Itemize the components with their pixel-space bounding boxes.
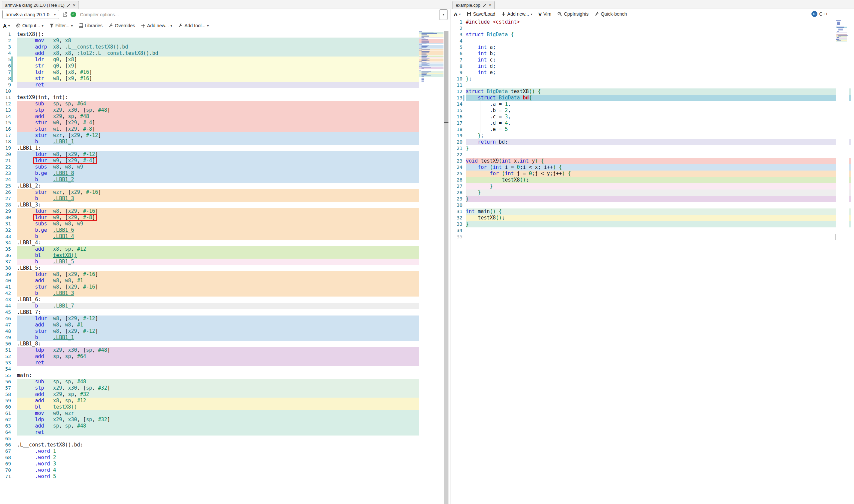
asm-line-content: .LBB1_7: bbox=[17, 309, 419, 316]
asm-label-link[interactable]: .LBB1_8 bbox=[53, 170, 74, 176]
close-icon[interactable]: × bbox=[73, 3, 75, 8]
rename-icon[interactable] bbox=[483, 3, 486, 7]
line-number: 24 bbox=[0, 177, 11, 183]
asm-label-link[interactable]: .LBB1_1 bbox=[53, 335, 74, 340]
line-number: 23 bbox=[0, 170, 11, 177]
source-minimap[interactable] bbox=[836, 19, 847, 59]
minimap-text bbox=[421, 75, 431, 75]
line-number: 65 bbox=[0, 435, 11, 442]
asm-label-link[interactable]: .LBB1_3 bbox=[53, 196, 74, 201]
line-number: 6 bbox=[451, 51, 463, 57]
line-number: 62 bbox=[0, 417, 11, 423]
gutter bbox=[11, 354, 17, 360]
asm-label-link[interactable]: .LBB1_4 bbox=[53, 233, 74, 239]
asm-line: 33 b .LBB1_4 bbox=[0, 233, 450, 240]
asm-line: 1testX8(): bbox=[0, 31, 450, 38]
line-number: 29 bbox=[0, 208, 11, 214]
toolbar-button-cppinsights[interactable]: CppInsights bbox=[557, 11, 589, 17]
gutter bbox=[11, 151, 17, 158]
compiler-options-input[interactable] bbox=[78, 10, 436, 19]
asm-scrollbar-thumb[interactable] bbox=[444, 31, 449, 122]
asm-line: 21 ldur w9, [x29, #-4] bbox=[0, 158, 450, 164]
asm-label-link[interactable]: .LBB1_3 bbox=[53, 290, 74, 296]
asm-line-content: b .LBB1_5 bbox=[17, 259, 419, 265]
compiler-select[interactable]: armv8-a clang 20.1.0 ▾ bbox=[2, 10, 59, 19]
asm-minimap[interactable] bbox=[419, 31, 443, 98]
pane-menu-button[interactable]: ▾ bbox=[439, 9, 448, 20]
gutter bbox=[11, 214, 17, 221]
filter-icon bbox=[50, 24, 54, 28]
src-line: 5 int a; bbox=[451, 44, 854, 51]
minimap-text bbox=[419, 63, 422, 63]
src-line: 23void testX9(int x,int y) { bbox=[451, 158, 854, 164]
asm-line: 58 add x29, sp, #32 bbox=[0, 391, 450, 398]
toolbar-button-output[interactable]: Output...▾ bbox=[16, 23, 43, 28]
toolbar-button-overrides[interactable]: Overrides bbox=[108, 23, 135, 28]
gutter bbox=[11, 101, 17, 107]
toolbar-button-add-tool[interactable]: Add tool...▾ bbox=[178, 23, 209, 28]
asm-label-link[interactable]: .LBB1_6 bbox=[53, 227, 74, 233]
line-number: 1 bbox=[451, 19, 463, 25]
asm-label-link[interactable]: .LBB1_5 bbox=[53, 259, 74, 265]
line-number: 33 bbox=[0, 233, 11, 240]
close-icon[interactable]: × bbox=[489, 3, 491, 8]
book-icon bbox=[79, 23, 83, 28]
toolbar-button-save-load[interactable]: Save/Load bbox=[467, 11, 495, 17]
asm-label-link[interactable]: .LBB1_2 bbox=[53, 177, 74, 182]
line-number: 17 bbox=[451, 120, 463, 126]
toolbar-button-add-new[interactable]: Add new...▾ bbox=[501, 11, 532, 17]
gutter bbox=[11, 360, 17, 366]
open-compiler-site-icon[interactable] bbox=[61, 11, 69, 18]
gutter bbox=[463, 177, 466, 183]
line-number: 18 bbox=[451, 126, 463, 133]
asm-line-content bbox=[17, 88, 419, 94]
gutter bbox=[11, 454, 17, 461]
line-number: 48 bbox=[0, 328, 11, 335]
line-number: 29 bbox=[451, 196, 463, 202]
asm-line-content: b .LBB1_4 bbox=[17, 233, 419, 240]
tab-compiler[interactable]: armv8-a clang 20.1.0 (Tree #1) × bbox=[2, 1, 79, 9]
toolbar-button-font-size[interactable]: A▾ bbox=[3, 23, 10, 29]
asm-line-content: b .LBB1_3 bbox=[17, 196, 419, 202]
asm-line-content: add sp, sp, #48 bbox=[17, 423, 419, 429]
gutter bbox=[11, 271, 17, 277]
rename-icon[interactable] bbox=[67, 3, 71, 7]
toolbar-button-filter[interactable]: Filter...▾ bbox=[50, 23, 73, 28]
toolbar-button-vim[interactable]: VVim bbox=[538, 11, 551, 17]
asm-line: 68 .word 2 bbox=[0, 454, 450, 461]
line-number: 61 bbox=[0, 410, 11, 417]
asm-line: 25.LBB1_2: bbox=[0, 183, 450, 189]
tab-source[interactable]: example.cpp × bbox=[452, 1, 495, 9]
minimap-text bbox=[419, 49, 422, 49]
src-line-content bbox=[466, 82, 836, 88]
toolbar-button-quick-bench[interactable]: Quick-bench bbox=[594, 11, 627, 17]
minimap-text bbox=[421, 55, 428, 56]
gutter bbox=[11, 158, 17, 164]
line-number: 7 bbox=[0, 69, 11, 75]
line-number: 54 bbox=[0, 366, 11, 372]
asm-label-link[interactable]: testX8() bbox=[53, 252, 77, 258]
asm-line-content: subs w8, w8, w9 bbox=[17, 221, 419, 227]
gutter bbox=[463, 202, 466, 209]
asm-label-link[interactable]: .LBB1_1 bbox=[53, 139, 74, 145]
source-editor: 1#include <cstdint>23struct BigData {45 … bbox=[451, 19, 854, 504]
toolbar-button-add-new[interactable]: Add new...▾ bbox=[141, 23, 172, 28]
language-label[interactable]: CC++ bbox=[812, 11, 851, 17]
asm-label-link[interactable]: .LBB1_7 bbox=[53, 303, 74, 309]
toolbar-button-label: Overrides bbox=[115, 23, 135, 28]
asm-scrollbar[interactable] bbox=[444, 31, 449, 504]
asm-label-link[interactable]: testX8() bbox=[53, 404, 77, 410]
line-number: 69 bbox=[0, 461, 11, 467]
asm-line: 14 add x29, sp, #48 bbox=[0, 113, 450, 120]
minimap-text bbox=[421, 54, 426, 54]
line-number: 60 bbox=[0, 404, 11, 410]
toolbar-button-font-size[interactable]: A▾ bbox=[454, 11, 461, 17]
src-line: 24 for (int i = 0;i < x; i++) { bbox=[451, 164, 854, 170]
asm-line-content: ldur w9, [x29, #-4] bbox=[17, 158, 419, 164]
asm-line-content: b .LBB1_3 bbox=[17, 290, 419, 296]
src-line: 33} bbox=[451, 221, 854, 228]
line-number: 19 bbox=[451, 133, 463, 139]
toolbar-button-libraries[interactable]: Libraries bbox=[79, 23, 103, 28]
source-tabstrip: example.cpp × bbox=[451, 0, 854, 9]
asm-line: 5 ldr q0, [x8] bbox=[0, 56, 450, 63]
